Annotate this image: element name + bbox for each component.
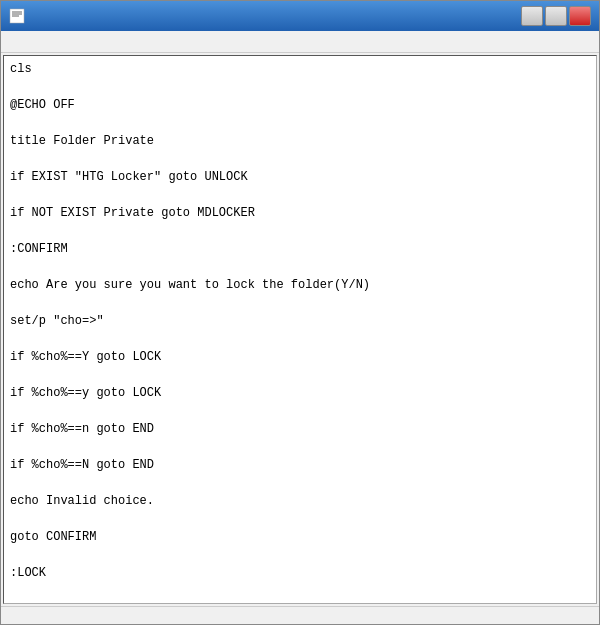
code-line: echo Invalid choice. <box>10 492 590 510</box>
code-line: if %cho%==Y goto LOCK <box>10 348 590 366</box>
code-line: @ECHO OFF <box>10 96 590 114</box>
window-controls <box>521 6 591 26</box>
menu-edit[interactable] <box>21 40 37 44</box>
code-line: echo Are you sure you want to lock the f… <box>10 276 590 294</box>
code-line: goto CONFIRM <box>10 528 590 546</box>
code-line: :LOCK <box>10 564 590 582</box>
window-icon <box>9 8 25 24</box>
code-line: :CONFIRM <box>10 240 590 258</box>
close-button[interactable] <box>569 6 591 26</box>
code-line: if %cho%==n goto END <box>10 420 590 438</box>
code-line: if NOT EXIST Private goto MDLOCKER <box>10 204 590 222</box>
menu-format[interactable] <box>37 40 53 44</box>
maximize-button[interactable] <box>545 6 567 26</box>
code-line: if %cho%==N goto END <box>10 456 590 474</box>
menu-help[interactable] <box>69 40 85 44</box>
title-bar <box>1 1 599 31</box>
editor-area: cls @ECHO OFF title Folder Private if EX… <box>3 55 597 604</box>
code-line: cls <box>10 60 590 78</box>
text-editor[interactable]: cls @ECHO OFF title Folder Private if EX… <box>4 56 596 603</box>
menu-bar <box>1 31 599 53</box>
notepad-window: cls @ECHO OFF title Folder Private if EX… <box>0 0 600 625</box>
code-line: set/p "cho=>" <box>10 312 590 330</box>
menu-file[interactable] <box>5 40 21 44</box>
code-line: if %cho%==y goto LOCK <box>10 384 590 402</box>
code-line: ren Private "HTG Locker" <box>10 600 590 603</box>
code-line: title Folder Private <box>10 132 590 150</box>
code-line: if EXIST "HTG Locker" goto UNLOCK <box>10 168 590 186</box>
status-bar <box>1 606 599 624</box>
menu-view[interactable] <box>53 40 69 44</box>
minimize-button[interactable] <box>521 6 543 26</box>
